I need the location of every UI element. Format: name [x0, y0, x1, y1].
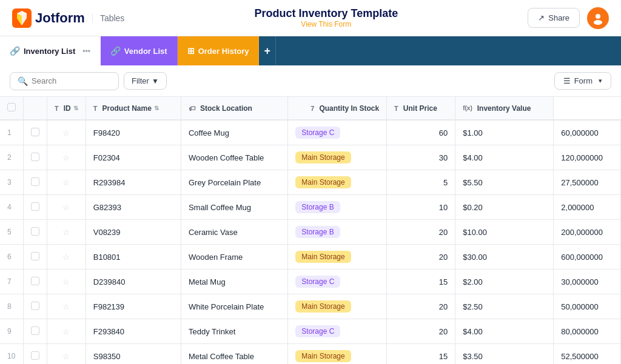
row-star-cell[interactable]: ☆: [47, 344, 86, 365]
location-badge: Main Storage: [295, 251, 351, 263]
row-checkbox[interactable]: [31, 202, 39, 211]
id-col-icon: T: [55, 105, 59, 112]
row-product-name: Metal Coffee Table: [181, 344, 287, 365]
row-star-cell[interactable]: ☆: [47, 170, 86, 195]
form-button[interactable]: ☰ Form ▾: [554, 72, 611, 90]
row-quantity: 30: [387, 145, 455, 170]
star-icon[interactable]: ☆: [62, 128, 70, 137]
header-center: Product Inventory Template View This For…: [254, 7, 398, 28]
row-checkbox-cell[interactable]: [24, 245, 47, 270]
star-icon[interactable]: ☆: [62, 228, 70, 237]
row-checkbox-cell[interactable]: [24, 270, 47, 294]
th-quantity[interactable]: 7 Quantity In Stock: [288, 97, 387, 120]
row-checkbox[interactable]: [31, 227, 39, 236]
row-number: 10: [0, 344, 24, 365]
row-checkbox[interactable]: [31, 351, 39, 360]
plus-icon: +: [264, 45, 270, 58]
filter-label: Filter: [132, 76, 149, 85]
table-row: 4 ☆ G82393 Small Coffee Mug Storage B 10…: [0, 195, 621, 220]
location-badge: Storage B: [295, 201, 340, 213]
th-stock-location[interactable]: 🏷 Stock Location: [181, 97, 287, 120]
th-checkbox[interactable]: [0, 97, 24, 120]
table-body: 1 ☆ F98420 Coffee Mug Storage C 60 $1.00…: [0, 120, 621, 364]
row-checkbox-cell[interactable]: [24, 220, 47, 245]
th-unit-price[interactable]: T Unit Price: [387, 97, 455, 120]
search-box[interactable]: 🔍: [10, 72, 119, 90]
star-icon[interactable]: ☆: [62, 153, 70, 162]
row-star-cell[interactable]: ☆: [47, 195, 86, 220]
id-sort-icon[interactable]: ⇅: [73, 105, 78, 111]
row-star-cell[interactable]: ☆: [47, 220, 86, 245]
row-star-cell[interactable]: ☆: [47, 294, 86, 319]
row-stock-location: Main Storage: [288, 294, 387, 319]
row-star-cell[interactable]: ☆: [47, 319, 86, 344]
form-list-icon: ☰: [563, 76, 571, 85]
th-id[interactable]: T ID ⇅: [47, 97, 86, 120]
row-number: 2: [0, 145, 24, 170]
row-unit-price: $30.00: [455, 245, 554, 270]
row-number: 9: [0, 319, 24, 344]
row-checkbox-cell[interactable]: [24, 195, 47, 220]
row-checkbox-cell[interactable]: [24, 319, 47, 344]
star-icon[interactable]: ☆: [62, 277, 70, 286]
row-product-name: Metal Mug: [181, 270, 287, 294]
row-star-cell[interactable]: ☆: [47, 145, 86, 170]
header-checkbox[interactable]: [7, 103, 16, 111]
product-sort-icon[interactable]: ⇅: [154, 105, 159, 111]
row-checkbox[interactable]: [31, 252, 39, 260]
row-quantity: 20: [387, 319, 455, 344]
row-checkbox[interactable]: [31, 153, 39, 161]
row-id: F293840: [86, 319, 181, 344]
star-icon[interactable]: ☆: [62, 327, 70, 336]
table-row: 8 ☆ F982139 White Porcelain Plate Main S…: [0, 294, 621, 319]
row-checkbox[interactable]: [31, 128, 39, 136]
row-inventory-value: 60,000000: [554, 120, 621, 145]
row-quantity: 60: [387, 120, 455, 145]
row-quantity: 10: [387, 195, 455, 220]
row-checkbox-cell[interactable]: [24, 170, 47, 195]
row-star-cell[interactable]: ☆: [47, 120, 86, 145]
row-star-cell[interactable]: ☆: [47, 270, 86, 294]
location-badge: Storage C: [295, 276, 340, 288]
row-quantity: 20: [387, 220, 455, 245]
row-checkbox-cell[interactable]: [24, 120, 47, 145]
row-stock-location: Storage C: [288, 270, 387, 294]
search-input[interactable]: [32, 76, 111, 85]
star-icon[interactable]: ☆: [62, 253, 70, 262]
tables-label: Tables: [92, 13, 124, 23]
star-icon[interactable]: ☆: [62, 178, 70, 187]
row-checkbox-cell[interactable]: [24, 145, 47, 170]
row-unit-price: $2.00: [455, 270, 554, 294]
view-form-link[interactable]: View This Form: [254, 20, 398, 28]
row-checkbox[interactable]: [31, 177, 39, 186]
tab-more-icon[interactable]: •••: [82, 47, 90, 55]
row-quantity: 20: [387, 245, 455, 270]
th-inventory-value[interactable]: f(x) Inventory Value: [455, 97, 554, 120]
form-label: Form: [574, 76, 592, 85]
tab-add-button[interactable]: +: [259, 36, 276, 65]
tab-order-history[interactable]: ⊞ Order History: [178, 36, 260, 65]
row-star-cell[interactable]: ☆: [47, 245, 86, 270]
row-product-name: Coffee Mug: [181, 120, 287, 145]
star-icon[interactable]: ☆: [62, 203, 70, 212]
star-icon[interactable]: ☆: [62, 352, 70, 361]
row-id: B10801: [86, 245, 181, 270]
price-col-icon: T: [394, 105, 398, 112]
share-button[interactable]: ↗ Share: [528, 8, 580, 28]
th-product-name[interactable]: T Product Name ⇅: [86, 97, 181, 120]
row-checkbox-cell[interactable]: [24, 294, 47, 319]
row-number: 8: [0, 294, 24, 319]
row-checkbox-cell[interactable]: [24, 344, 47, 365]
logo-text: Jotform: [35, 10, 85, 26]
row-number: 3: [0, 170, 24, 195]
row-stock-location: Main Storage: [288, 245, 387, 270]
avatar[interactable]: [587, 7, 609, 29]
row-checkbox[interactable]: [31, 326, 39, 335]
toolbar-left: 🔍 Filter ▼: [10, 72, 167, 90]
row-checkbox[interactable]: [31, 302, 39, 310]
tab-inventory-list[interactable]: 🔗 Inventory List •••: [0, 36, 101, 65]
tab-vendor-list[interactable]: 🔗 Vendor List: [101, 36, 178, 65]
row-checkbox[interactable]: [31, 277, 39, 285]
star-icon[interactable]: ☆: [62, 302, 70, 311]
filter-button[interactable]: Filter ▼: [124, 72, 167, 90]
